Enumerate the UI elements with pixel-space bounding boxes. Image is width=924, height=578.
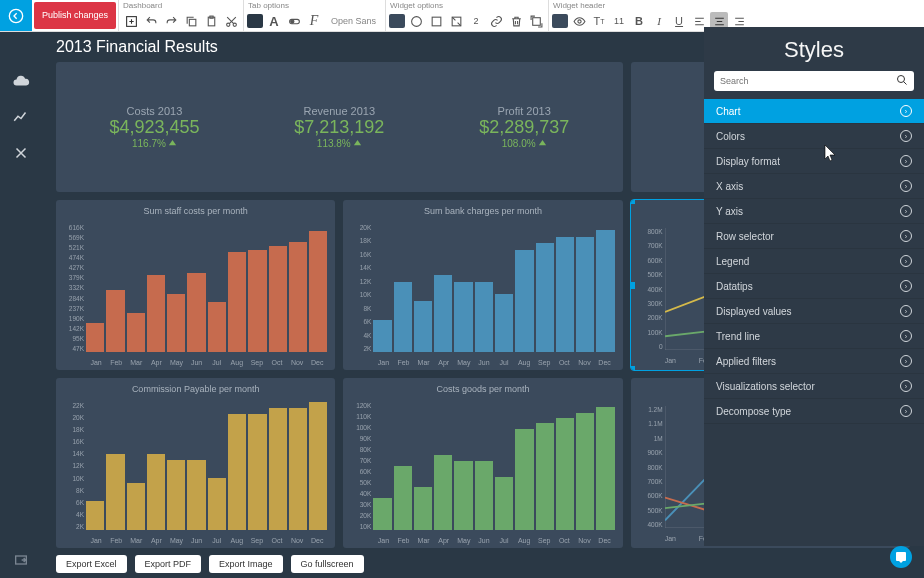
bar <box>596 407 614 530</box>
styles-item-chart[interactable]: Chart› <box>704 99 924 124</box>
bar <box>86 501 104 530</box>
add-widget-button[interactable] <box>122 12 140 30</box>
toggle-button[interactable] <box>285 12 303 30</box>
chevron-right-icon: › <box>900 155 912 167</box>
styles-item-row selector[interactable]: Row selector› <box>704 224 924 249</box>
collapse-icon[interactable] <box>0 552 42 568</box>
publish-button[interactable]: Publish changes <box>34 2 116 29</box>
eye-button[interactable] <box>570 12 588 30</box>
bar <box>536 243 554 352</box>
delete-widget-button[interactable] <box>507 12 525 30</box>
styles-search[interactable] <box>714 71 914 91</box>
bar <box>167 460 185 530</box>
styles-item-trend line[interactable]: Trend line› <box>704 324 924 349</box>
kpi: Revenue 2013 $7,213,192 113.8% <box>294 105 384 149</box>
staff-widget[interactable]: Sum staff costs per month 616K569K521K47… <box>56 200 335 370</box>
bar <box>86 323 104 352</box>
bar <box>515 429 533 530</box>
chevron-right-icon: › <box>900 130 912 142</box>
fullscreen-button[interactable]: Go fullscreen <box>291 555 364 573</box>
search-input[interactable] <box>720 76 896 86</box>
styles-item-datatips[interactable]: Datatips› <box>704 274 924 299</box>
copy-button[interactable] <box>182 12 200 30</box>
styles-item-visualizations selector[interactable]: Visualizations selector› <box>704 374 924 399</box>
trend-icon[interactable] <box>12 108 30 128</box>
font-size-value[interactable]: 11 <box>610 16 628 26</box>
text-style-a-button[interactable]: A <box>265 12 283 30</box>
export-excel-button[interactable]: Export Excel <box>56 555 127 573</box>
chevron-right-icon: › <box>900 405 912 417</box>
section-widget-label: Widget options <box>386 0 548 11</box>
section-tab-label: Tab options <box>244 0 385 11</box>
svg-rect-12 <box>532 17 540 25</box>
kpi: Costs 2013 $4,923,455 116.7% <box>109 105 199 149</box>
font-size-button[interactable]: TT <box>590 12 608 30</box>
styles-item-decompose type[interactable]: Decompose type› <box>704 399 924 424</box>
border-color-button[interactable] <box>427 12 445 30</box>
bold-button[interactable]: B <box>630 12 648 30</box>
bar <box>475 461 493 530</box>
bar <box>373 320 391 352</box>
styles-item-displayed values[interactable]: Displayed values› <box>704 299 924 324</box>
styles-item-legend[interactable]: Legend› <box>704 249 924 274</box>
underline-button[interactable]: U <box>670 12 688 30</box>
bar <box>495 294 513 352</box>
bar <box>309 402 327 530</box>
bar <box>269 408 287 530</box>
bar <box>147 275 165 352</box>
scale-button[interactable] <box>447 12 465 30</box>
styles-title: Styles <box>704 27 924 71</box>
italic-button[interactable]: I <box>650 12 668 30</box>
bar <box>187 273 205 352</box>
undo-button[interactable] <box>142 12 160 30</box>
bar <box>106 290 124 352</box>
back-button[interactable] <box>0 0 32 31</box>
section-header-label: Widget header <box>549 0 751 11</box>
styles-item-colors[interactable]: Colors› <box>704 124 924 149</box>
chevron-right-icon: › <box>900 380 912 392</box>
commission-widget[interactable]: Commission Payable per month 22K20K18K16… <box>56 378 335 548</box>
link-button[interactable] <box>487 12 505 30</box>
cut-button[interactable] <box>222 12 240 30</box>
styles-item-y axis[interactable]: Y axis› <box>704 199 924 224</box>
left-rail <box>0 32 42 578</box>
tools-icon[interactable] <box>12 144 30 164</box>
bar <box>454 461 472 530</box>
bar <box>167 294 185 352</box>
export-image-button[interactable]: Export Image <box>209 555 283 573</box>
bar <box>289 242 307 352</box>
cloud-icon[interactable] <box>12 72 30 92</box>
widget-title: Costs goods per month <box>343 378 622 396</box>
bar <box>147 454 165 530</box>
bar <box>536 423 554 530</box>
bar <box>127 313 145 352</box>
bank-widget[interactable]: Sum bank charges per month 20K18K16K14K1… <box>343 200 622 370</box>
font-name-label[interactable]: Open Sans <box>325 16 382 26</box>
bar <box>394 466 412 530</box>
widget-bg-button[interactable] <box>389 14 405 28</box>
styles-item-x axis[interactable]: X axis› <box>704 174 924 199</box>
kpi-widget[interactable]: Costs 2013 $4,923,455 116.7% Revenue 201… <box>56 62 623 192</box>
bar <box>208 302 226 352</box>
italic-f-button[interactable]: F <box>305 12 323 30</box>
bar <box>515 250 533 352</box>
styles-item-applied filters[interactable]: Applied filters› <box>704 349 924 374</box>
chevron-right-icon: › <box>900 205 912 217</box>
chevron-right-icon: › <box>900 305 912 317</box>
header-bg-button[interactable] <box>552 14 568 28</box>
styles-item-display format[interactable]: Display format› <box>704 149 924 174</box>
help-fab[interactable] <box>890 546 912 568</box>
export-pdf-button[interactable]: Export PDF <box>135 555 202 573</box>
padding-button[interactable] <box>407 12 425 30</box>
widget-title: Sum staff costs per month <box>56 200 335 218</box>
redo-button[interactable] <box>162 12 180 30</box>
svg-point-8 <box>290 19 293 22</box>
paste-button[interactable] <box>202 12 220 30</box>
border-width-value[interactable]: 2 <box>467 16 485 26</box>
svg-rect-10 <box>432 17 441 26</box>
background-color-button[interactable] <box>247 14 263 28</box>
bar <box>414 487 432 530</box>
chevron-right-icon: › <box>900 330 912 342</box>
goods-widget[interactable]: Costs goods per month 120K110K100K90K80K… <box>343 378 622 548</box>
dimensions-button[interactable] <box>527 12 545 30</box>
